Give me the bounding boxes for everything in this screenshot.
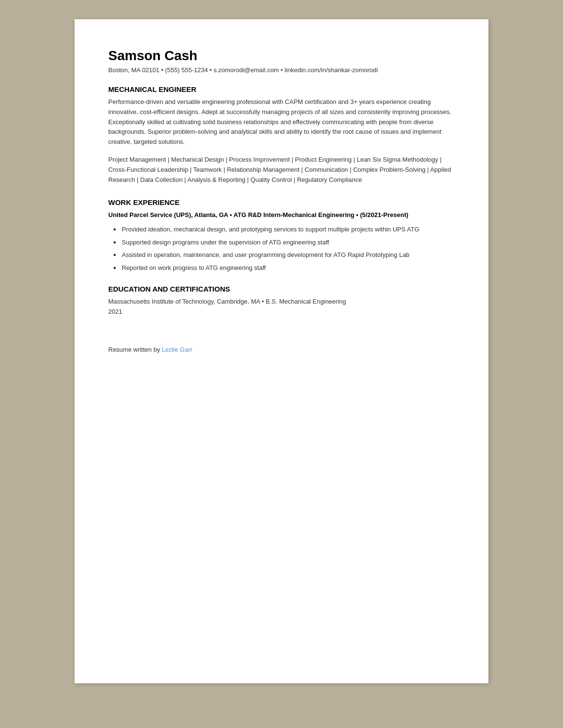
written-by-section: Resume written by Lezlie Garr — [108, 346, 455, 353]
written-by-label: Resume written by — [108, 346, 162, 353]
education-text: Massachusetts Institute of Technology, C… — [108, 297, 455, 307]
bullet-item: Supported design programs under the supe… — [113, 238, 455, 248]
work-experience-title: WORK EXPERIENCE — [108, 198, 455, 206]
author-link[interactable]: Lezlie Garr — [162, 346, 192, 353]
job-title: United Parcel Service (UPS), Atlanta, GA… — [108, 210, 455, 220]
bullet-item: Provided ideation, mechanical design, an… — [113, 225, 455, 235]
job-bullets: Provided ideation, mechanical design, an… — [108, 225, 455, 273]
education-section: EDUCATION AND CERTIFICATIONS Massachuset… — [108, 285, 455, 317]
contact-info: Boston, MA 02101 • (555) 555-1234 • s.zo… — [108, 66, 455, 74]
resume-document: Samson Cash Boston, MA 02101 • (555) 555… — [75, 19, 488, 683]
candidate-name: Samson Cash — [108, 48, 455, 64]
header-section: Samson Cash Boston, MA 02101 • (555) 555… — [108, 48, 455, 74]
education-title: EDUCATION AND CERTIFICATIONS — [108, 285, 455, 293]
summary-section: MECHANICAL ENGINEER Performance-driven a… — [108, 85, 455, 185]
bullet-item: Reported on work progress to ATG enginee… — [113, 263, 455, 273]
summary-title: MECHANICAL ENGINEER — [108, 85, 455, 93]
summary-body: Performance-driven and versatile enginee… — [108, 97, 455, 147]
education-year: 2021 — [108, 307, 455, 317]
work-experience-section: WORK EXPERIENCE United Parcel Service (U… — [108, 198, 455, 273]
bullet-item: Assisted in operation, maintenance, and … — [113, 250, 455, 260]
skills-text: Project Management | Mechanical Design |… — [108, 155, 455, 185]
